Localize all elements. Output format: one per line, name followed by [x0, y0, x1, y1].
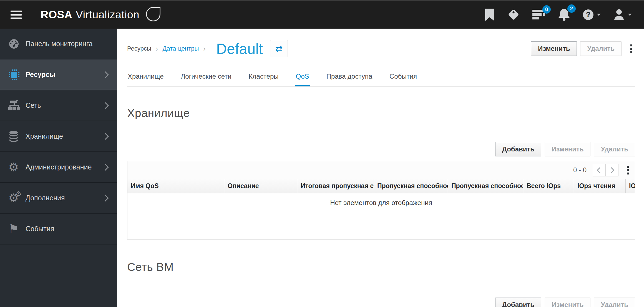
user-icon — [613, 9, 625, 21]
brand-name: ROSA — [41, 9, 72, 21]
remove-network-qos-button[interactable]: Удалить — [594, 298, 635, 307]
remove-datacenter-button[interactable]: Удалить — [580, 41, 622, 56]
main-content: Ресурсы › Дата-центры › Default ⇄ Измени… — [117, 29, 644, 307]
help-menu[interactable]: ? — [583, 9, 601, 20]
column-header-write-iops[interactable]: IOps записи — [626, 179, 635, 193]
detail-tabs: Хранилище Логические сети Кластеры QoS П… — [127, 69, 635, 87]
masthead: ROSA Virtualization 0 — [0, 0, 644, 29]
chevron-right-icon — [102, 133, 109, 140]
menu-toggle-button[interactable] — [11, 11, 22, 19]
kebab-menu-icon[interactable] — [628, 44, 635, 53]
alerts-badge: 2 — [567, 4, 576, 13]
column-header-total-iops[interactable]: Всего IOps — [523, 179, 574, 193]
chevron-down-icon — [597, 14, 601, 16]
prev-page-button[interactable] — [593, 164, 606, 176]
tab-logical-networks[interactable]: Логические сети — [180, 69, 232, 86]
sidebar-item-label: Дополнения — [26, 194, 103, 202]
breadcrumb-item: Ресурсы — [127, 45, 151, 52]
column-header-description[interactable]: Описание — [224, 179, 297, 193]
chevron-down-icon — [628, 14, 632, 16]
page-actions: Изменить Удалить — [531, 41, 635, 56]
vm-network-qos-actions: Добавить Изменить Удалить — [127, 298, 635, 307]
chevron-right-icon — [102, 164, 109, 171]
sidebar-item-label: Хранилище — [26, 132, 103, 140]
sidebar-nav: Панель мониторинга Ресурсы — [0, 29, 117, 307]
bell-icon[interactable]: 2 — [558, 8, 570, 21]
user-menu[interactable] — [613, 9, 632, 21]
tab-permissions[interactable]: Права доступа — [326, 69, 373, 86]
gear-icon: ⚙ — [8, 161, 26, 173]
flag-icon: ⚑ — [8, 223, 26, 235]
help-icon: ? — [583, 9, 593, 20]
chevron-right-icon — [102, 102, 109, 109]
add-qos-button[interactable]: Добавить — [495, 142, 541, 156]
edit-datacenter-button[interactable]: Изменить — [531, 41, 577, 56]
column-header-write-throughput[interactable]: Пропускная способность записи — [448, 179, 523, 193]
pagination-count: 0 - 0 — [573, 166, 587, 174]
pager — [593, 164, 618, 176]
gears-icon: ⚙⚙ — [8, 192, 26, 204]
database-icon — [8, 131, 26, 142]
sidebar-item-dashboard[interactable]: Панель мониторинга — [0, 29, 117, 59]
tab-events[interactable]: События — [389, 69, 417, 86]
tab-qos[interactable]: QoS — [295, 69, 310, 86]
sidebar-item-label: Администрирование — [26, 163, 103, 171]
storage-qos-table: 0 - 0 Имя QoS Описание Итоговая пропускн… — [127, 161, 635, 239]
breadcrumb-link-datacenters[interactable]: Дата-центры — [162, 45, 199, 52]
switch-datacenter-button[interactable]: ⇄ — [270, 40, 288, 57]
network-icon — [8, 100, 26, 111]
column-header-qos-name[interactable]: Имя QoS — [127, 179, 224, 193]
storage-qos-actions: Добавить Изменить Удалить — [127, 142, 635, 156]
chevron-left-icon — [597, 167, 603, 173]
table-header-row: Имя QoS Описание Итоговая пропускная спо… — [127, 179, 635, 193]
breadcrumb: Ресурсы › Дата-центры › Default ⇄ Измени… — [127, 37, 635, 60]
chevron-right-icon — [102, 194, 109, 201]
tag-icon[interactable] — [507, 9, 520, 21]
bookmark-icon[interactable] — [485, 9, 495, 21]
tab-clusters[interactable]: Кластеры — [248, 69, 279, 86]
column-header-max-throughput[interactable]: Итоговая пропускная способность — [297, 179, 374, 193]
add-network-qos-button[interactable]: Добавить — [495, 298, 541, 307]
rosa-logo-icon — [146, 7, 160, 21]
sidebar-item-compute[interactable]: Ресурсы — [0, 59, 117, 90]
sidebar-item-label: Панель мониторинга — [26, 40, 109, 48]
tasks-icon[interactable]: 0 — [532, 9, 545, 20]
section-heading-storage: Хранилище — [127, 107, 635, 128]
breadcrumb-separator: › — [156, 44, 158, 53]
next-page-button[interactable] — [605, 164, 618, 176]
brand-product: Virtualization — [76, 9, 140, 21]
sidebar-item-addons[interactable]: ⚙⚙ Дополнения — [0, 183, 117, 214]
page-title: Default — [216, 40, 263, 57]
table-toolbar: 0 - 0 — [127, 161, 635, 179]
sidebar-item-storage[interactable]: Хранилище — [0, 121, 117, 152]
microchip-icon — [8, 69, 26, 81]
sidebar-item-label: Ресурсы — [26, 71, 103, 79]
sidebar-item-network[interactable]: Сеть — [0, 90, 117, 121]
remove-qos-button[interactable]: Удалить — [594, 142, 635, 156]
section-heading-vm-network: Сеть ВМ — [127, 261, 635, 282]
sidebar-item-label: Сеть — [26, 101, 103, 109]
chevron-right-icon — [102, 71, 109, 78]
edit-network-qos-button[interactable]: Изменить — [545, 298, 590, 307]
sidebar-item-events[interactable]: ⚑ События — [0, 214, 117, 244]
tasks-badge: 0 — [542, 5, 551, 14]
table-body: Нет элементов для отображения — [127, 193, 635, 239]
column-header-read-throughput[interactable]: Пропускная способность чтения — [374, 179, 448, 193]
sidebar-item-label: События — [26, 225, 109, 233]
empty-table-message: Нет элементов для отображения — [127, 193, 635, 207]
swap-arrows-icon: ⇄ — [275, 44, 283, 53]
masthead-toolbar: 0 2 ? — [485, 8, 632, 21]
table-kebab-menu-icon[interactable] — [624, 166, 632, 174]
chevron-right-icon — [608, 167, 614, 173]
brand: ROSA Virtualization — [41, 8, 160, 21]
breadcrumb-separator: › — [203, 44, 206, 53]
column-header-read-iops[interactable]: IOps чтения — [574, 179, 626, 193]
dashboard-icon — [8, 38, 26, 49]
edit-qos-button[interactable]: Изменить — [545, 142, 590, 156]
tab-storage[interactable]: Хранилище — [127, 69, 164, 86]
sidebar-item-administration[interactable]: ⚙ Администрирование — [0, 152, 117, 183]
